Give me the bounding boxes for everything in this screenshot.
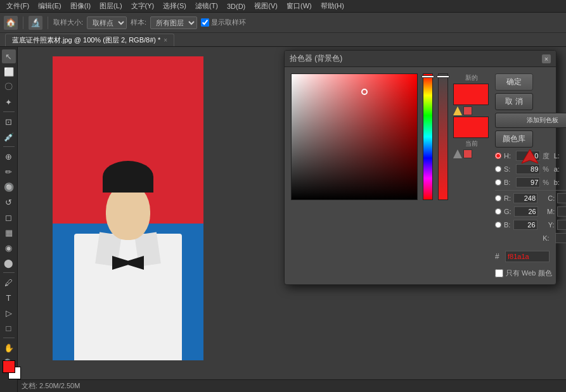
add-to-swatches-button[interactable]: 添加到色板 <box>495 113 566 128</box>
tool-separator-3 <box>3 272 15 273</box>
web-safe-area <box>453 149 490 158</box>
current-color-box[interactable] <box>453 117 489 138</box>
tool-pen[interactable]: 🖊 <box>2 275 16 289</box>
opacity-slider[interactable] <box>438 73 448 200</box>
a-label: a: <box>554 165 563 173</box>
c-label: C: <box>548 194 555 202</box>
tool-path-select[interactable]: ▷ <box>2 306 16 320</box>
r-radio[interactable] <box>495 195 501 201</box>
web-colors-checkbox[interactable] <box>495 269 503 277</box>
tab-close-button[interactable]: × <box>164 37 167 44</box>
color-library-button[interactable]: 颜色库 <box>495 130 533 148</box>
h-radio[interactable] <box>495 153 501 159</box>
sample-select[interactable]: 所有图层 <box>150 16 197 29</box>
hex-color-row: # <box>495 251 566 262</box>
b-radio[interactable] <box>495 179 501 186</box>
document-canvas[interactable] <box>53 56 203 360</box>
menu-bar: 文件(F) 编辑(E) 图像(I) 图层(L) 文字(Y) 选择(S) 滤镜(T… <box>0 0 566 13</box>
current-color-label: 当前 <box>453 139 490 148</box>
gamut-warning-icon[interactable] <box>453 106 462 115</box>
gamut-swatch[interactable] <box>463 106 472 115</box>
r-field-row: R: C: % <box>495 193 566 204</box>
color-saturation-brightness-field[interactable] <box>291 73 418 200</box>
tool-shape[interactable]: □ <box>2 321 16 335</box>
web-colors-label[interactable]: 只有 Web 颜色 <box>506 269 552 278</box>
web-colors-row: 只有 Web 颜色 <box>495 269 566 278</box>
menu-edit[interactable]: 编辑(E) <box>34 0 65 12</box>
menu-filter[interactable]: 滤镜(T) <box>191 0 222 12</box>
color-picker-right-panel: 确定 取 消 添加到色板 颜色库 H: 度 L: <box>495 73 566 278</box>
document-status: 文档: 2.50M/2.50M <box>22 381 80 391</box>
tool-crop[interactable]: ⊡ <box>2 115 16 129</box>
b-label: B: <box>504 179 513 186</box>
color-picker-circle <box>361 89 368 95</box>
b3-field-row: B: Y: % <box>495 219 566 231</box>
m-input[interactable] <box>557 206 566 217</box>
tool-eraser[interactable]: ◻ <box>2 210 16 224</box>
tool-rect-select[interactable]: ⬜ <box>2 65 16 79</box>
r-input[interactable] <box>513 193 537 203</box>
show-sampler-label[interactable]: 显示取样环 <box>201 18 246 27</box>
tool-brush[interactable]: ✏ <box>2 165 16 179</box>
confirm-button[interactable]: 确定 <box>495 73 533 91</box>
toolbar-separator <box>23 16 23 29</box>
tool-eyedropper-icon[interactable]: 🔬 <box>29 16 42 30</box>
hex-input[interactable] <box>505 251 550 262</box>
c-input[interactable] <box>557 193 566 203</box>
tool-gradient[interactable]: ▦ <box>2 225 16 239</box>
b3-input[interactable] <box>513 220 537 230</box>
size-select[interactable]: 取样点 <box>87 16 127 29</box>
web-safe-swatch[interactable] <box>463 149 472 158</box>
tool-heal[interactable]: ⊕ <box>2 149 16 163</box>
new-color-box[interactable] <box>453 84 489 105</box>
s-radio[interactable] <box>495 166 501 172</box>
b-input[interactable] <box>516 177 540 187</box>
tool-hand[interactable]: ✋ <box>2 341 16 355</box>
tool-dodge[interactable]: ⬤ <box>2 256 16 270</box>
show-sampler-checkbox[interactable] <box>201 18 209 27</box>
tool-eyedropper[interactable]: 💉 <box>2 130 16 144</box>
tool-text[interactable]: T <box>2 291 16 305</box>
color-gradient-picker[interactable] <box>291 73 418 200</box>
hex-label: # <box>495 252 503 261</box>
web-safe-icon[interactable] <box>453 149 462 158</box>
tool-lasso[interactable]: 〇 <box>2 80 16 94</box>
color-picker-close-button[interactable]: × <box>542 54 551 63</box>
y-label: Y: <box>548 221 555 229</box>
field-separator <box>495 190 566 191</box>
g-radio[interactable] <box>495 208 501 215</box>
g-input[interactable] <box>514 206 538 217</box>
tool-home-icon[interactable]: 🏠 <box>4 16 18 30</box>
cancel-button[interactable]: 取 消 <box>495 93 533 110</box>
menu-layer[interactable]: 图层(L) <box>96 0 125 12</box>
tool-wand[interactable]: ✦ <box>2 95 16 109</box>
k-input[interactable] <box>555 233 566 243</box>
menu-3d[interactable]: 3D(D) <box>223 0 249 12</box>
new-color-label: 新的 <box>453 73 490 82</box>
menu-image[interactable]: 图像(I) <box>67 0 94 12</box>
toolbar-separator-2 <box>48 16 48 29</box>
menu-view[interactable]: 视图(V) <box>250 0 281 12</box>
tool-move[interactable]: ↖ <box>2 49 16 63</box>
menu-file[interactable]: 文件(F) <box>3 0 33 12</box>
tool-stamp[interactable]: 🔘 <box>2 180 16 194</box>
menu-text[interactable]: 文字(Y) <box>127 0 158 12</box>
sample-label: 样本: <box>131 18 146 27</box>
menu-window[interactable]: 窗口(W) <box>283 0 316 12</box>
foreground-color[interactable] <box>3 360 15 373</box>
y-input[interactable] <box>557 220 566 230</box>
tool-history-brush[interactable]: ↺ <box>2 195 16 209</box>
color-picker-titlebar: 拾色器 (背景色) × <box>285 51 556 67</box>
bow-tie <box>112 256 144 270</box>
hue-slider[interactable] <box>423 73 433 200</box>
document-tab[interactable]: 蓝底证件照素材.jpg @ 100% (图层 2, RGB/8#) * × <box>5 34 174 46</box>
b3-radio[interactable] <box>495 222 501 228</box>
tool-blur[interactable]: ◉ <box>2 241 16 255</box>
color-picker-title: 拾色器 (背景色) <box>290 53 342 64</box>
menu-select[interactable]: 选择(S) <box>159 0 190 12</box>
shirt <box>74 234 182 360</box>
b2-label: b: <box>554 179 563 186</box>
menu-help[interactable]: 帮助(H) <box>317 0 348 12</box>
tool-separator-4 <box>3 338 15 338</box>
color-picker-body: 新的 当前 <box>285 67 556 284</box>
